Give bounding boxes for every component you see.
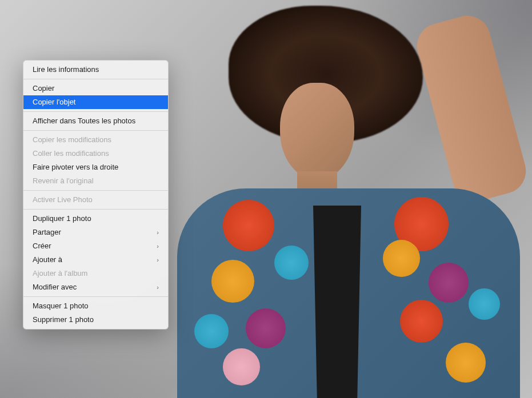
jacket-pattern [194,314,229,348]
jacket-pattern [223,200,274,251]
menu-item-label: Copier l'objet [33,97,75,107]
menu-item-label: Modifier avec [33,282,77,292]
menu-item: Ajouter à l'album [23,267,168,280]
menu-item[interactable]: Faire pivoter vers la droite [23,160,168,174]
menu-item: Revenir à l'original [23,174,168,188]
photo-subject-arm [412,11,531,207]
menu-item[interactable]: Ajouter à› [23,253,168,267]
menu-item-label: Copier [33,83,54,94]
menu-item: Activer Live Photo [23,193,168,207]
menu-item[interactable]: Copier l'objet [23,95,168,109]
photo-content [160,0,514,398]
menu-separator [23,190,168,191]
menu-item-label: Créer [33,241,51,251]
jacket-pattern [223,348,260,385]
chevron-right-icon: › [157,282,159,292]
menu-item[interactable]: Masquer 1 photo [23,299,168,313]
menu-item-label: Coller les modifications [33,148,109,159]
menu-item: Copier les modifications [23,133,168,147]
menu-item-label: Supprimer 1 photo [33,315,94,325]
menu-item-label: Revenir à l'original [33,176,94,186]
menu-item: Coller les modifications [23,147,168,160]
jacket-pattern [383,240,420,277]
chevron-right-icon: › [157,255,159,265]
menu-item[interactable]: Dupliquer 1 photo [23,212,168,226]
jacket-inner [297,206,377,398]
jacket-pattern [274,246,309,280]
menu-item[interactable]: Afficher dans Toutes les photos [23,114,168,128]
jacket-pattern [469,288,500,320]
menu-item[interactable]: Supprimer 1 photo [23,313,168,327]
jacket-pattern [429,263,469,303]
chevron-right-icon: › [157,227,159,238]
photo-subject-jacket [177,188,520,398]
menu-item-label: Partager [33,227,61,238]
menu-item[interactable]: Lire les informations [23,63,168,77]
menu-separator [23,111,168,112]
menu-item-label: Dupliquer 1 photo [33,214,91,224]
jacket-pattern [446,343,486,383]
jacket-pattern [211,260,254,303]
menu-item[interactable]: Modifier avec› [23,280,168,294]
menu-item-label: Lire les informations [33,65,99,75]
menu-separator [23,130,168,131]
menu-separator [23,209,168,210]
menu-item-label: Ajouter à l'album [33,268,87,279]
menu-item-label: Masquer 1 photo [33,301,89,311]
menu-item[interactable]: Partager› [23,226,168,239]
context-menu[interactable]: Lire les informationsCopierCopier l'obje… [23,60,169,329]
menu-item[interactable]: Créer› [23,239,168,253]
menu-item-label: Faire pivoter vers la droite [33,162,118,172]
photo-subject-face [280,83,354,180]
menu-item-label: Ajouter à [33,255,62,265]
menu-separator [23,79,168,79]
menu-item-label: Activer Live Photo [33,195,93,205]
jacket-pattern [400,300,443,343]
chevron-right-icon: › [157,241,159,251]
menu-item[interactable]: Copier [23,82,168,95]
menu-item-label: Afficher dans Toutes les photos [33,116,135,126]
jacket-pattern [246,308,286,348]
menu-item-label: Copier les modifications [33,135,111,145]
menu-separator [23,296,168,297]
